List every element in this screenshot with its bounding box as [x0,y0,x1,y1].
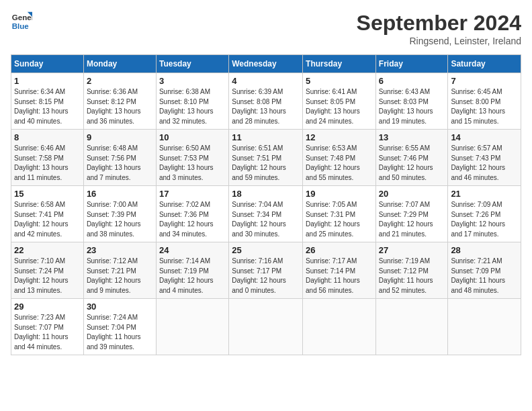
calendar-cell: 17Sunrise: 7:02 AMSunset: 7:36 PMDayligh… [156,186,228,242]
location-subtitle: Ringsend, Leinster, Ireland [357,36,521,46]
svg-text:Blue: Blue [12,22,30,30]
day-detail: Sunrise: 6:39 AMSunset: 8:08 PMDaylight:… [232,87,300,126]
day-detail: Sunrise: 6:57 AMSunset: 7:43 PMDaylight:… [451,144,518,183]
logo: General Blue [11,11,32,32]
day-number: 24 [159,245,226,255]
day-detail: Sunrise: 6:51 AMSunset: 7:51 PMDaylight:… [232,144,300,183]
day-detail: Sunrise: 6:34 AMSunset: 8:15 PMDaylight:… [14,87,81,126]
day-detail: Sunrise: 6:48 AMSunset: 7:56 PMDaylight:… [87,144,153,183]
calendar-cell: 28Sunrise: 7:21 AMSunset: 7:09 PMDayligh… [448,242,521,299]
col-header-friday: Friday [375,55,448,73]
calendar-table: SundayMondayTuesdayWednesdayThursdayFrid… [11,54,521,355]
month-title: September 2024 [357,11,521,36]
day-number: 18 [232,189,300,199]
day-number: 3 [159,76,226,86]
day-number: 21 [451,189,518,199]
day-number: 25 [232,245,300,255]
col-header-thursday: Thursday [303,55,376,73]
calendar-cell: 16Sunrise: 7:00 AMSunset: 7:39 PMDayligh… [83,186,156,242]
calendar-cell: 12Sunrise: 6:53 AMSunset: 7:48 PMDayligh… [303,130,376,186]
day-detail: Sunrise: 7:04 AMSunset: 7:34 PMDaylight:… [232,200,300,239]
day-detail: Sunrise: 7:10 AMSunset: 7:24 PMDaylight:… [14,257,81,295]
calendar-cell [303,299,376,355]
day-number: 11 [232,132,300,142]
day-detail: Sunrise: 7:09 AMSunset: 7:26 PMDaylight:… [451,200,518,239]
day-number: 26 [306,245,373,255]
calendar-cell: 1Sunrise: 6:34 AMSunset: 8:15 PMDaylight… [11,73,84,130]
calendar-cell: 10Sunrise: 6:50 AMSunset: 7:53 PMDayligh… [156,130,228,186]
day-number: 19 [306,189,373,199]
calendar-cell: 20Sunrise: 7:07 AMSunset: 7:29 PMDayligh… [375,186,448,242]
day-detail: Sunrise: 6:55 AMSunset: 7:46 PMDaylight:… [379,144,445,183]
calendar-week-2: 8Sunrise: 6:46 AMSunset: 7:58 PMDaylight… [11,130,521,186]
day-detail: Sunrise: 7:16 AMSunset: 7:17 PMDaylight:… [232,257,300,295]
day-detail: Sunrise: 7:00 AMSunset: 7:39 PMDaylight:… [87,200,153,239]
day-number: 30 [87,302,153,312]
calendar-body: 1Sunrise: 6:34 AMSunset: 8:15 PMDaylight… [11,73,521,355]
calendar-cell [448,299,521,355]
calendar-cell: 13Sunrise: 6:55 AMSunset: 7:46 PMDayligh… [375,130,448,186]
calendar-cell: 30Sunrise: 7:24 AMSunset: 7:04 PMDayligh… [83,299,156,355]
day-number: 17 [159,189,226,199]
calendar-cell: 2Sunrise: 6:36 AMSunset: 8:12 PMDaylight… [83,73,156,130]
day-detail: Sunrise: 7:23 AMSunset: 7:07 PMDaylight:… [14,313,81,352]
day-number: 29 [14,302,81,312]
calendar-week-1: 1Sunrise: 6:34 AMSunset: 8:15 PMDaylight… [11,73,521,130]
day-number: 13 [379,132,445,142]
calendar-cell: 14Sunrise: 6:57 AMSunset: 7:43 PMDayligh… [448,130,521,186]
calendar-cell: 18Sunrise: 7:04 AMSunset: 7:34 PMDayligh… [229,186,303,242]
day-number: 5 [306,76,373,86]
day-number: 2 [87,76,153,86]
col-header-sunday: Sunday [11,55,84,73]
day-detail: Sunrise: 7:19 AMSunset: 7:12 PMDaylight:… [379,257,445,295]
day-detail: Sunrise: 6:36 AMSunset: 8:12 PMDaylight:… [87,87,153,126]
calendar-cell: 29Sunrise: 7:23 AMSunset: 7:07 PMDayligh… [11,299,84,355]
day-detail: Sunrise: 7:02 AMSunset: 7:36 PMDaylight:… [159,200,226,239]
day-number: 27 [379,245,445,255]
day-number: 15 [14,189,81,199]
col-header-wednesday: Wednesday [229,55,303,73]
day-number: 7 [451,76,518,86]
day-detail: Sunrise: 7:14 AMSunset: 7:19 PMDaylight:… [159,257,226,295]
calendar-cell: 6Sunrise: 6:43 AMSunset: 8:03 PMDaylight… [375,73,448,130]
day-detail: Sunrise: 6:38 AMSunset: 8:10 PMDaylight:… [159,87,226,126]
calendar-cell: 5Sunrise: 6:41 AMSunset: 8:05 PMDaylight… [303,73,376,130]
day-number: 12 [306,132,373,142]
svg-text:General: General [12,13,32,21]
calendar-cell: 19Sunrise: 7:05 AMSunset: 7:31 PMDayligh… [303,186,376,242]
day-number: 20 [379,189,445,199]
day-detail: Sunrise: 6:58 AMSunset: 7:41 PMDaylight:… [14,200,81,239]
day-detail: Sunrise: 7:17 AMSunset: 7:14 PMDaylight:… [306,257,373,295]
day-detail: Sunrise: 7:05 AMSunset: 7:31 PMDaylight:… [306,200,373,239]
day-number: 23 [87,245,153,255]
day-number: 8 [14,132,81,142]
calendar-cell: 15Sunrise: 6:58 AMSunset: 7:41 PMDayligh… [11,186,84,242]
day-number: 9 [87,132,153,142]
calendar-header-row: SundayMondayTuesdayWednesdayThursdayFrid… [11,55,521,73]
day-detail: Sunrise: 6:46 AMSunset: 7:58 PMDaylight:… [14,144,81,183]
calendar-cell: 23Sunrise: 7:12 AMSunset: 7:21 PMDayligh… [83,242,156,299]
day-number: 22 [14,245,81,255]
calendar-cell: 25Sunrise: 7:16 AMSunset: 7:17 PMDayligh… [229,242,303,299]
calendar-week-5: 29Sunrise: 7:23 AMSunset: 7:07 PMDayligh… [11,299,521,355]
day-number: 1 [14,76,81,86]
day-detail: Sunrise: 6:45 AMSunset: 8:00 PMDaylight:… [451,87,518,126]
day-number: 14 [451,132,518,142]
day-detail: Sunrise: 7:21 AMSunset: 7:09 PMDaylight:… [451,257,518,295]
calendar-cell: 11Sunrise: 6:51 AMSunset: 7:51 PMDayligh… [229,130,303,186]
col-header-saturday: Saturday [448,55,521,73]
calendar-cell: 24Sunrise: 7:14 AMSunset: 7:19 PMDayligh… [156,242,228,299]
day-detail: Sunrise: 6:41 AMSunset: 8:05 PMDaylight:… [306,87,373,126]
calendar-cell: 21Sunrise: 7:09 AMSunset: 7:26 PMDayligh… [448,186,521,242]
calendar-cell: 7Sunrise: 6:45 AMSunset: 8:00 PMDaylight… [448,73,521,130]
calendar-week-4: 22Sunrise: 7:10 AMSunset: 7:24 PMDayligh… [11,242,521,299]
calendar-cell: 27Sunrise: 7:19 AMSunset: 7:12 PMDayligh… [375,242,448,299]
calendar-cell [156,299,228,355]
logo-icon: General Blue [11,11,32,32]
day-number: 6 [379,76,445,86]
day-detail: Sunrise: 6:53 AMSunset: 7:48 PMDaylight:… [306,144,373,183]
calendar-cell: 9Sunrise: 6:48 AMSunset: 7:56 PMDaylight… [83,130,156,186]
calendar-week-3: 15Sunrise: 6:58 AMSunset: 7:41 PMDayligh… [11,186,521,242]
day-detail: Sunrise: 6:43 AMSunset: 8:03 PMDaylight:… [379,87,445,126]
day-detail: Sunrise: 7:24 AMSunset: 7:04 PMDaylight:… [87,313,153,352]
